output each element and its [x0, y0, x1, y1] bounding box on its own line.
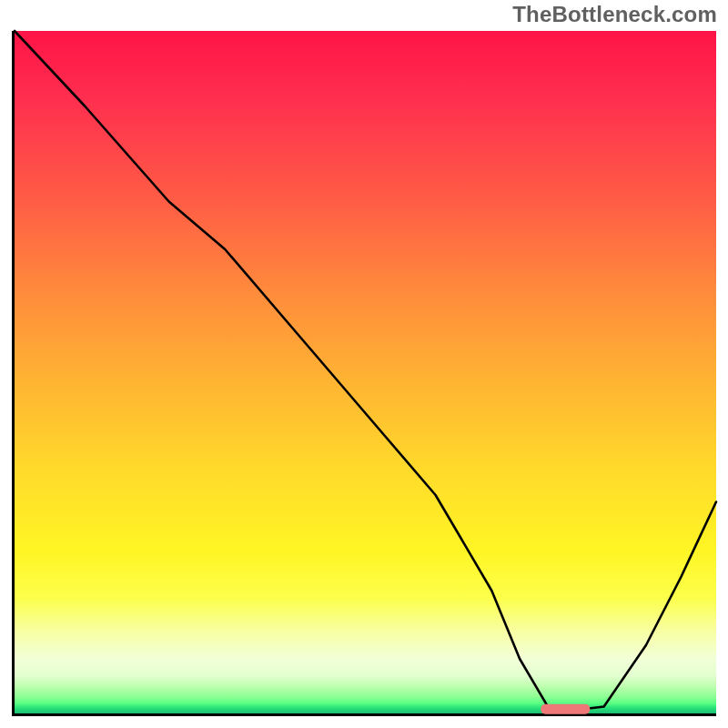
bottleneck-curve: [15, 31, 716, 710]
plot-frame: [12, 31, 716, 716]
chart-overlay: [15, 31, 716, 713]
watermark-text: TheBottleneck.com: [512, 2, 717, 27]
chart-canvas: TheBottleneck.com: [0, 0, 728, 728]
optimal-range-marker: [541, 704, 590, 714]
